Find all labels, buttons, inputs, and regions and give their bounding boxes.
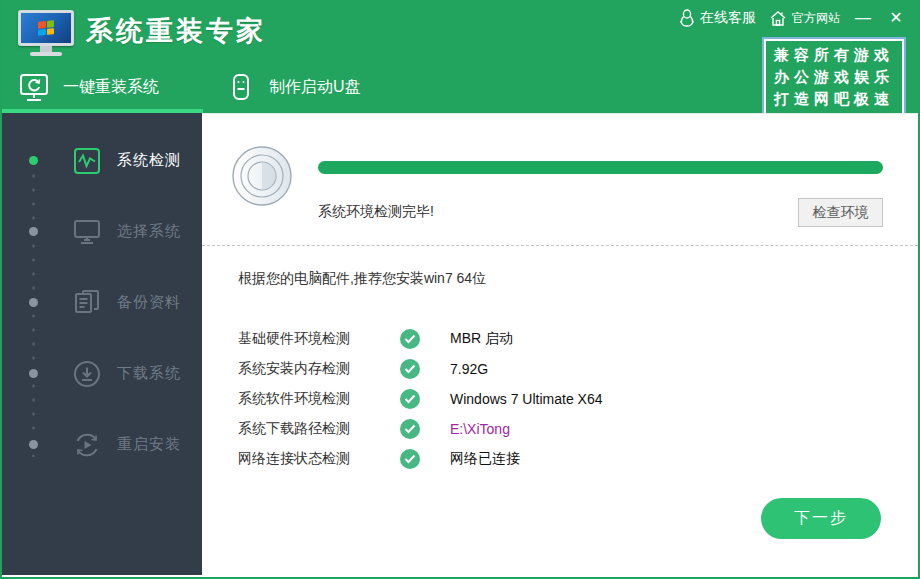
- step-label: 重启安装: [117, 435, 181, 454]
- tab-make-boot-usb[interactable]: 制作启动U盘: [226, 72, 361, 102]
- promo-banner: 兼容所有游戏 办公游戏娱乐 打造网吧极速: [762, 37, 906, 117]
- step-dot: [29, 298, 38, 307]
- sidebar-step-backup-data[interactable]: 备份资料: [2, 267, 202, 338]
- check-success-icon: [400, 329, 420, 349]
- detection-status-text: 系统环境检测完毕!: [318, 203, 434, 221]
- tab-label: 一键重装系统: [63, 77, 159, 98]
- check-success-icon: [400, 419, 420, 439]
- check-value: Windows 7 Ultimate X64: [450, 391, 603, 407]
- check-label: 系统下载路径检测: [238, 420, 400, 438]
- check-row-memory: 系统安装内存检测 7.92G: [238, 354, 918, 384]
- check-success-icon: [400, 449, 420, 469]
- promo-line-1: 兼容所有游戏: [774, 44, 894, 66]
- sidebar-step-restart-install[interactable]: 重启安装: [2, 409, 202, 480]
- app-window: 系统重装专家 在线客服 官方网站 — ✕: [0, 0, 920, 579]
- official-site-label: 官方网站: [792, 10, 840, 27]
- step-dot: [29, 227, 38, 236]
- next-step-button[interactable]: 下一步: [761, 498, 881, 539]
- restart-play-icon: [72, 430, 102, 460]
- step-label: 系统检测: [117, 151, 181, 170]
- sidebar-step-system-detect[interactable]: 系统检测: [2, 125, 202, 196]
- check-environment-button[interactable]: 检查环境: [798, 198, 883, 227]
- step-label: 选择系统: [117, 222, 181, 241]
- step-dot: [29, 156, 38, 165]
- step-label: 下载系统: [117, 364, 181, 383]
- check-label: 网络连接状态检测: [238, 450, 400, 468]
- online-service-label: 在线客服: [700, 9, 756, 27]
- check-row-software: 系统软件环境检测 Windows 7 Ultimate X64: [238, 384, 918, 414]
- detection-panel: 系统环境检测完毕! 检查环境: [202, 114, 918, 246]
- promo-line-3: 打造网吧极速: [774, 88, 894, 110]
- usb-drive-icon: [226, 72, 256, 102]
- sidebar-step-download-system[interactable]: 下载系统: [2, 338, 202, 409]
- step-dot: [29, 369, 38, 378]
- main-content: 系统环境检测完毕! 检查环境 根据您的电脑配件,推荐您安装win7 64位 基础…: [202, 113, 918, 575]
- documents-icon: [72, 288, 102, 318]
- promo-line-2: 办公游戏娱乐: [774, 66, 894, 88]
- check-success-icon: [400, 389, 420, 409]
- monitor-icon: [72, 217, 102, 247]
- tab-one-click-reinstall[interactable]: 一键重装系统: [18, 72, 208, 102]
- check-value: 网络已连接: [450, 450, 520, 468]
- official-site-link[interactable]: 官方网站: [769, 10, 840, 27]
- home-icon: [769, 10, 787, 27]
- radar-scan-icon: [230, 144, 294, 208]
- check-row-network: 网络连接状态检测 网络已连接: [238, 444, 918, 474]
- check-value: MBR 启动: [450, 330, 513, 348]
- step-dot: [29, 440, 38, 449]
- check-success-icon: [400, 359, 420, 379]
- check-row-hardware: 基础硬件环境检测 MBR 启动: [238, 324, 918, 354]
- app-title: 系统重装专家: [86, 13, 266, 49]
- close-button[interactable]: ✕: [886, 8, 906, 28]
- sidebar-steps-nav: 系统检测 选择系统 备份资: [2, 113, 202, 575]
- minimize-button[interactable]: —: [853, 8, 873, 28]
- online-service-link[interactable]: 在线客服: [679, 9, 756, 27]
- tab-label: 制作启动U盘: [269, 77, 361, 98]
- check-label: 基础硬件环境检测: [238, 330, 400, 348]
- app-logo-icon: [18, 10, 74, 56]
- download-path-value: E:\XiTong: [450, 421, 510, 437]
- qq-penguin-icon: [679, 9, 695, 27]
- check-label: 系统安装内存检测: [238, 360, 400, 378]
- check-label: 系统软件环境检测: [238, 390, 400, 408]
- check-value: 7.92G: [450, 361, 488, 377]
- progress-bar: [318, 161, 883, 174]
- header: 系统重装专家 在线客服 官方网站 — ✕: [2, 0, 918, 113]
- step-label: 备份资料: [117, 293, 181, 312]
- monitor-refresh-icon: [18, 72, 50, 102]
- check-row-download-path: 系统下载路径检测 E:\XiTong: [238, 414, 918, 444]
- pulse-monitor-icon: [72, 146, 102, 176]
- recommendation-text: 根据您的电脑配件,推荐您安装win7 64位: [238, 270, 918, 288]
- sidebar-step-choose-system[interactable]: 选择系统: [2, 196, 202, 267]
- download-icon: [72, 359, 102, 389]
- progress-fill: [318, 161, 883, 174]
